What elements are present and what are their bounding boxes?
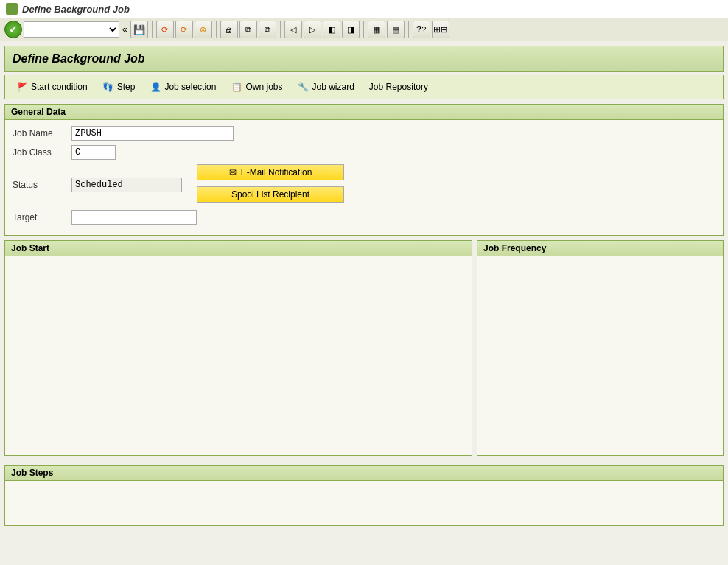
job-wizard-icon: 🔧 [297,81,309,93]
target-input[interactable] [71,210,197,225]
general-data-panel: General Data Job Name Job Class Status ✉… [4,104,724,236]
status-label: Status [13,180,71,190]
arrow4-button[interactable]: ◨ [342,21,360,38]
job-class-input[interactable] [71,145,116,160]
separator-5 [408,21,409,38]
job-frequency-body [477,256,723,455]
tab-start-condition-label: Start condition [31,82,88,92]
job-frequency-header: Job Frequency [477,241,723,256]
tab-job-selection-label: Job selection [164,82,216,92]
title-icon [6,3,18,15]
arrow3-button[interactable]: ◧ [323,21,340,38]
job-name-row: Job Name [13,126,715,141]
tab-own-jobs-label: Own jobs [245,82,282,92]
save-button[interactable] [130,21,148,38]
job-class-row: Job Class [13,145,715,160]
refresh1-button[interactable]: ⟳ [156,21,174,38]
tab-step-label: Step [117,82,136,92]
separator-2 [216,21,217,38]
start-condition-icon: 🚩 [16,81,28,93]
job-name-input[interactable] [71,126,234,141]
separator-3 [280,21,281,38]
toolbar: ✓ « ⟳ ⟳ ⊗ 🖨 ⧉ ⧉ ◁ ▷ ◧ ◨ ▦ ▤ ? ⊞ [0,18,728,41]
nav-tabs: 🚩 Start condition 👣 Step 👤 Job selection… [4,75,724,99]
toolbar-select[interactable] [24,21,119,38]
general-data-header: General Data [5,105,723,120]
separator-4 [363,21,364,38]
page-header: Define Background Job [4,46,724,72]
title-bar: Define Background Job [0,0,728,18]
job-start-body [5,256,472,455]
refresh3-button[interactable]: ⊗ [195,21,212,38]
layout2-button[interactable]: ▤ [387,21,405,38]
target-row: Target [13,210,715,225]
copy2-button[interactable]: ⧉ [259,21,276,38]
green-check-button[interactable]: ✓ [4,21,22,38]
system-button[interactable]: ⊞ [432,21,449,38]
job-selection-icon: 👤 [150,81,161,93]
job-start-header: Job Start [5,241,472,256]
job-start-panel: Job Start [4,240,472,456]
email-notification-button[interactable]: ✉ E-Mail Notification [197,164,344,180]
separator-1 [152,21,153,38]
status-input[interactable] [71,178,182,192]
job-frequency-panel: Job Frequency [477,240,724,456]
email-icon: ✉ [229,167,237,178]
email-notification-label: E-Mail Notification [241,167,312,178]
tab-job-repository-label: Job Repository [369,82,428,92]
help-button[interactable]: ? [413,21,430,38]
job-name-label: Job Name [13,128,71,138]
toolbar-rewind[interactable]: « [121,24,129,35]
step-icon: 👣 [102,81,114,93]
print-button[interactable]: 🖨 [220,21,238,38]
arrow1-button[interactable]: ◁ [284,21,302,38]
tab-job-wizard[interactable]: 🔧 Job wizard [290,78,360,96]
spool-list-label: Spool List Recipient [231,189,309,200]
job-steps-header: Job Steps [5,466,723,481]
job-panels: Job Start Job Frequency [4,240,724,460]
job-class-label: Job Class [13,147,71,158]
job-steps-body [5,481,723,525]
tab-job-repository[interactable]: Job Repository [363,79,435,95]
tab-job-selection[interactable]: 👤 Job selection [143,78,223,96]
target-label: Target [13,212,71,222]
spool-list-button[interactable]: Spool List Recipient [197,186,344,203]
tab-own-jobs[interactable]: 📋 Own jobs [224,78,289,96]
arrow2-button[interactable]: ▷ [304,21,321,38]
status-row: Status ✉ E-Mail Notification Spool List … [13,164,715,206]
tab-start-condition[interactable]: 🚩 Start condition [10,78,94,96]
job-steps-panel: Job Steps [4,465,724,526]
copy1-button[interactable]: ⧉ [239,21,257,38]
tab-step[interactable]: 👣 Step [96,78,142,96]
main-content: Define Background Job 🚩 Start condition … [0,41,728,535]
tab-job-wizard-label: Job wizard [312,82,354,92]
window-title: Define Background Job [22,4,130,15]
page-title: Define Background Job [13,52,145,65]
general-data-body: Job Name Job Class Status ✉ E-Mail Notif… [5,120,723,235]
own-jobs-icon: 📋 [231,81,242,93]
refresh2-button[interactable]: ⟳ [175,21,193,38]
layout1-button[interactable]: ▦ [368,21,385,38]
